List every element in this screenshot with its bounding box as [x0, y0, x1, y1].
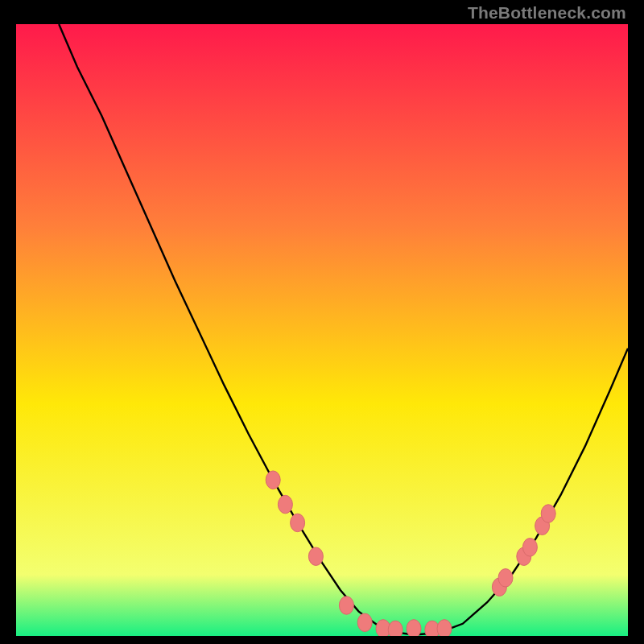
highlight-dot: [437, 620, 452, 636]
watermark-text: TheBottleneck.com: [468, 3, 626, 23]
chart-svg: [16, 24, 628, 636]
highlight-dot: [522, 539, 537, 557]
highlight-dot: [291, 514, 305, 532]
highlight-dot: [388, 621, 402, 636]
highlight-dot: [357, 613, 372, 632]
highlight-dot: [541, 505, 555, 523]
chart-frame: [16, 24, 628, 636]
highlight-dot: [498, 569, 513, 588]
highlight-dot: [278, 495, 292, 514]
highlight-dot: [308, 547, 323, 566]
highlight-dot: [266, 471, 280, 489]
highlight-dot: [339, 597, 353, 615]
highlight-dot: [407, 620, 421, 636]
